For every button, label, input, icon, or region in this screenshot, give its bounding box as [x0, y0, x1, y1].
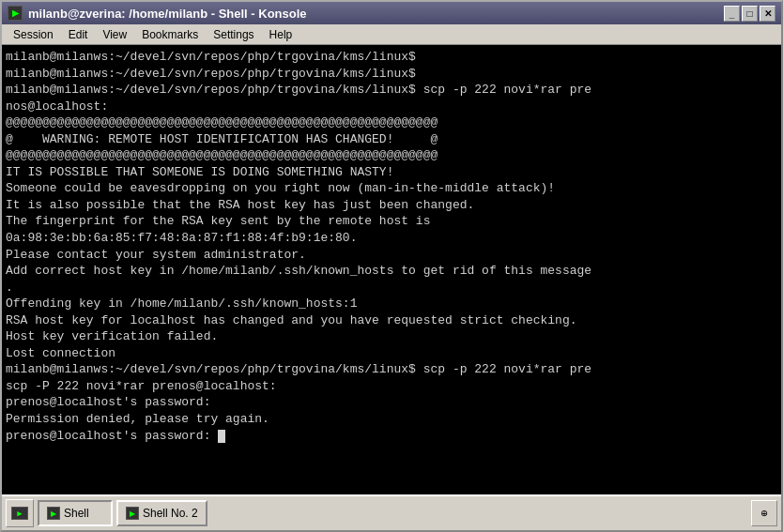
taskbar-app-icon: ▶ [11, 507, 28, 520]
taskbar-right: ⊕ [751, 500, 777, 526]
menu-help[interactable]: Help [262, 24, 300, 44]
terminal-line: It is also possible that the RSA host ke… [6, 198, 474, 212]
terminal-line: @ WARNING: REMOTE HOST IDENTIFICATION HA… [6, 132, 438, 146]
menu-view[interactable]: View [95, 24, 134, 44]
app-icon: ▶ [8, 6, 23, 21]
tab-shell-2-icon: ▶ [126, 507, 139, 520]
cursor [218, 430, 225, 443]
tab-shell-2[interactable]: ▶ Shell No. 2 [116, 500, 207, 526]
minimize-button[interactable]: _ [724, 6, 740, 22]
terminal-line: scp -P 222 novi*rar prenos@localhost: [6, 379, 277, 393]
terminal-line: Offending key in /home/milanb/.ssh/known… [6, 296, 357, 311]
maximize-button[interactable]: □ [742, 6, 758, 22]
terminal-line: The fingerprint for the RSA key sent by … [6, 214, 430, 228]
terminal-line: 0a:98:3e:bb:6a:85:f7:48:8a:87:f1:88:4f:b… [6, 231, 357, 245]
title-bar: ▶ milanb@zverina: /home/milanb - Shell -… [2, 2, 781, 24]
tab-shell-1-label: Shell [64, 507, 89, 520]
terminal-line: nos@localhost: [6, 99, 108, 114]
terminal-line: milanb@milanws:~/devel/svn/repos/php/trg… [6, 83, 591, 97]
terminal-line: @@@@@@@@@@@@@@@@@@@@@@@@@@@@@@@@@@@@@@@@… [6, 115, 438, 129]
terminal-line: milanb@milanws:~/devel/svn/repos/php/trg… [6, 67, 416, 81]
terminal-line: Host key verification failed. [6, 329, 218, 343]
taskbar-icon-button[interactable]: ▶ [6, 499, 34, 527]
menubar: Session Edit View Bookmarks Settings Hel… [2, 24, 781, 45]
terminal-line: milanb@milanws:~/devel/svn/repos/php/trg… [6, 50, 416, 64]
window-title: milanb@zverina: /home/milanb - Shell - K… [28, 7, 307, 21]
menu-session[interactable]: Session [6, 24, 61, 44]
terminal-line: milanb@milanws:~/devel/svn/repos/php/trg… [6, 362, 591, 376]
terminal-line: prenos@localhost's password: [6, 395, 210, 409]
main-window: ▶ milanb@zverina: /home/milanb - Shell -… [0, 0, 783, 532]
terminal-line: IT IS POSSIBLE THAT SOMEONE IS DOING SOM… [6, 165, 393, 179]
terminal-line: Someone could be eavesdropping on you ri… [6, 181, 555, 195]
terminal-output[interactable]: milanb@milanws:~/devel/svn/repos/php/trg… [2, 45, 781, 494]
tab-shell-1[interactable]: ▶ Shell [38, 500, 113, 526]
terminal-line: . [6, 281, 13, 295]
title-bar-left: ▶ milanb@zverina: /home/milanb - Shell -… [8, 6, 307, 21]
terminal-line: Permission denied, please try again. [6, 412, 269, 426]
terminal-line: prenos@localhost's password: [6, 429, 225, 443]
terminal-line: Lost connection [6, 346, 115, 360]
terminal-line: Please contact your system administrator… [6, 248, 306, 262]
terminal-line: @@@@@@@@@@@@@@@@@@@@@@@@@@@@@@@@@@@@@@@@… [6, 148, 438, 162]
terminal-line: RSA host key for localhost has changed a… [6, 313, 577, 327]
close-button[interactable]: ✕ [760, 6, 775, 22]
menu-edit[interactable]: Edit [61, 24, 96, 44]
taskbar: ▶ ▶ Shell ▶ Shell No. 2 ⊕ [2, 494, 781, 530]
taskbar-end-button[interactable]: ⊕ [751, 500, 777, 526]
terminal-line: Add correct host key in /home/milanb/.ss… [6, 264, 591, 278]
terminal-container: milanb@milanws:~/devel/svn/repos/php/trg… [2, 45, 781, 494]
title-bar-buttons: _ □ ✕ [724, 6, 775, 22]
menu-bookmarks[interactable]: Bookmarks [134, 24, 206, 44]
tab-shell-1-icon: ▶ [47, 507, 60, 520]
tab-shell-2-label: Shell No. 2 [143, 507, 198, 520]
menu-settings[interactable]: Settings [206, 24, 261, 44]
